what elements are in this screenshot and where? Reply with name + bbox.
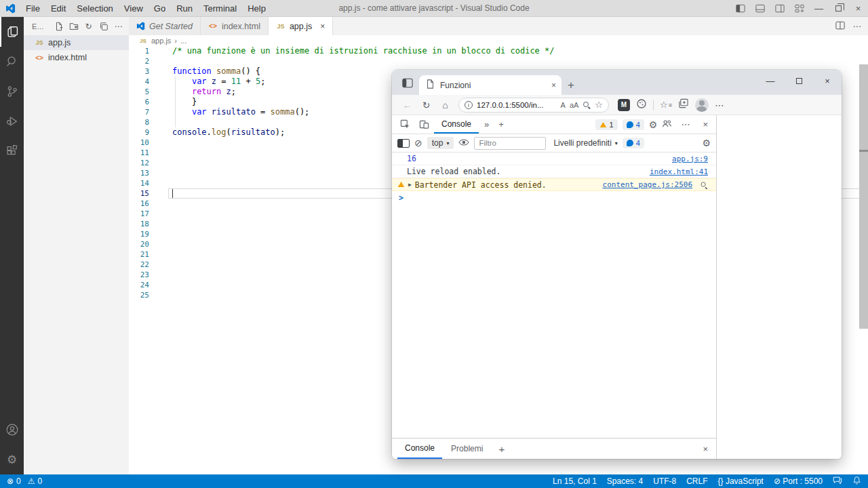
more-actions-icon[interactable]: ⋯ bbox=[112, 20, 125, 33]
menu-run[interactable]: Run bbox=[171, 0, 198, 16]
messages-badge[interactable]: 4 bbox=[623, 119, 644, 130]
browser-minimize-icon[interactable]: — bbox=[756, 70, 785, 92]
home-icon[interactable]: ⌂ bbox=[437, 100, 454, 110]
devtools-close-icon[interactable]: × bbox=[698, 119, 712, 129]
issues-people-icon[interactable] bbox=[662, 119, 672, 130]
status-port-5500[interactable]: ⊘ Port : 5500 bbox=[774, 476, 823, 486]
refresh-icon[interactable]: ↻ bbox=[418, 100, 435, 110]
console-sidebar-icon[interactable] bbox=[397, 139, 410, 148]
devtools-settings-icon[interactable]: ⚙ bbox=[649, 119, 658, 130]
source-link[interactable]: content_page.js:2506 bbox=[603, 180, 692, 189]
new-file-icon[interactable] bbox=[52, 20, 65, 33]
add-tool-icon[interactable]: + bbox=[494, 119, 508, 129]
context-selector[interactable]: top ▾ bbox=[427, 137, 454, 149]
url-text[interactable]: 127.0.0.1:5500/in... bbox=[477, 101, 557, 109]
more-actions-icon[interactable]: ⋯ bbox=[853, 21, 862, 31]
translate-icon[interactable]: aA bbox=[570, 101, 578, 109]
close-window-icon[interactable]: × bbox=[848, 0, 868, 16]
browser-tab[interactable]: Funzioni × bbox=[419, 75, 561, 95]
extensions-icon[interactable] bbox=[0, 136, 24, 166]
tab-console[interactable]: Console bbox=[434, 115, 479, 134]
browser-maximize-icon[interactable] bbox=[785, 70, 813, 92]
tab-app-js[interactable]: JS app.js × bbox=[269, 17, 333, 35]
menu-edit[interactable]: Edit bbox=[45, 0, 71, 16]
zoom-icon[interactable] bbox=[583, 101, 591, 109]
menu-view[interactable]: View bbox=[119, 0, 149, 16]
feedback-icon[interactable] bbox=[833, 476, 842, 487]
source-link[interactable]: app.js:9 bbox=[672, 155, 708, 163]
extension-icon[interactable] bbox=[636, 98, 647, 112]
minimize-window-icon[interactable]: — bbox=[809, 0, 829, 16]
site-info-icon[interactable]: i bbox=[465, 101, 473, 109]
customize-layout-icon[interactable] bbox=[789, 0, 809, 16]
close-tab-icon[interactable]: × bbox=[320, 22, 325, 31]
tab-get-started[interactable]: Get Started bbox=[129, 17, 201, 35]
m-extension-icon[interactable]: M bbox=[618, 99, 630, 111]
status-javascript[interactable]: {} JavaScript bbox=[718, 476, 764, 486]
run-debug-icon[interactable] bbox=[0, 106, 24, 136]
device-toolbar-icon[interactable] bbox=[415, 117, 433, 133]
notifications-bell-icon[interactable] bbox=[852, 476, 861, 487]
drawer-add-icon[interactable]: + bbox=[492, 443, 511, 455]
settings-gear-icon[interactable]: ⚙ bbox=[0, 445, 24, 474]
new-folder-icon[interactable] bbox=[67, 20, 80, 33]
error-count[interactable]: ⊗0 bbox=[7, 476, 21, 486]
editor-scrollbar-thumb[interactable] bbox=[859, 150, 868, 152]
file-index.html[interactable]: <>index.html bbox=[24, 50, 129, 65]
menu-file[interactable]: File bbox=[20, 0, 45, 16]
profile-avatar[interactable] bbox=[695, 98, 709, 112]
page-content[interactable] bbox=[717, 115, 842, 459]
toggle-secondary-sidebar-icon[interactable] bbox=[770, 0, 789, 16]
menu-go[interactable]: Go bbox=[149, 0, 171, 16]
add-favorite-icon[interactable]: ☆ bbox=[595, 100, 603, 110]
back-icon[interactable]: ← bbox=[399, 100, 416, 110]
status-utf-8[interactable]: UTF-8 bbox=[653, 476, 676, 486]
split-editor-icon[interactable] bbox=[835, 21, 845, 32]
breadcrumb[interactable]: JS app.js › ... bbox=[129, 35, 868, 46]
file-app.js[interactable]: JSapp.js bbox=[24, 35, 129, 50]
address-bar[interactable]: i 127.0.0.1:5500/in... A aA ☆ bbox=[458, 98, 609, 113]
search-icon[interactable] bbox=[701, 181, 708, 188]
explorer-icon[interactable] bbox=[0, 17, 24, 47]
tab-actions-menu-icon[interactable] bbox=[399, 74, 416, 92]
status-ln-15-col-1[interactable]: Ln 15, Col 1 bbox=[553, 476, 597, 486]
refresh-icon[interactable]: ↻ bbox=[82, 20, 95, 33]
new-tab-icon[interactable]: + bbox=[561, 75, 580, 95]
console-empty-area[interactable] bbox=[392, 204, 716, 438]
browser-menu-icon[interactable]: ⋯ bbox=[715, 100, 724, 110]
drawer-tab-console[interactable]: Console bbox=[397, 439, 442, 459]
toggle-panel-icon[interactable] bbox=[750, 0, 770, 16]
drawer-tab-problemi[interactable]: Problemi bbox=[443, 439, 490, 459]
console-settings-icon[interactable]: ⚙ bbox=[702, 138, 711, 148]
source-control-icon[interactable] bbox=[0, 77, 24, 106]
breadcrumb-file[interactable]: app.js bbox=[151, 37, 171, 45]
log-levels-selector[interactable]: Livelli predefiniti ▾ bbox=[553, 138, 617, 148]
messages-badge[interactable]: 4 bbox=[623, 138, 644, 148]
tab-index-html[interactable]: <> index.html bbox=[201, 17, 269, 35]
console-prompt[interactable]: > bbox=[392, 191, 716, 204]
toggle-sidebar-icon[interactable] bbox=[730, 0, 750, 16]
devtools-more-icon[interactable]: ⋯ bbox=[677, 119, 694, 129]
drawer-close-icon[interactable]: × bbox=[703, 444, 711, 454]
warning-count[interactable]: ⚠0 bbox=[28, 476, 42, 486]
menu-selection[interactable]: Selection bbox=[71, 0, 118, 16]
menu-terminal[interactable]: Terminal bbox=[198, 0, 242, 16]
read-aloud-icon[interactable]: A bbox=[561, 101, 566, 109]
problems-status[interactable]: ⊗0⚠0 bbox=[7, 476, 42, 486]
accounts-icon[interactable] bbox=[0, 415, 24, 445]
close-browser-tab-icon[interactable]: × bbox=[551, 81, 556, 90]
more-tabs-icon[interactable]: » bbox=[480, 119, 493, 129]
source-link[interactable]: index.html:41 bbox=[650, 167, 708, 176]
expand-icon[interactable]: ▶ bbox=[408, 182, 412, 188]
filter-input[interactable] bbox=[474, 137, 546, 150]
warnings-badge[interactable]: 1 bbox=[595, 119, 618, 130]
editor-scrollbar[interactable] bbox=[859, 64, 868, 329]
status-crlf[interactable]: CRLF bbox=[686, 476, 707, 486]
status-spaces-4[interactable]: Spaces: 4 bbox=[607, 476, 643, 486]
clear-console-icon[interactable]: ⊘ bbox=[414, 138, 422, 148]
search-icon[interactable] bbox=[0, 47, 24, 77]
create-live-expression-icon[interactable] bbox=[458, 138, 469, 148]
favorites-icon[interactable]: ☆≡ bbox=[660, 100, 672, 110]
restore-window-icon[interactable] bbox=[829, 0, 848, 16]
menu-help[interactable]: Help bbox=[242, 0, 271, 16]
